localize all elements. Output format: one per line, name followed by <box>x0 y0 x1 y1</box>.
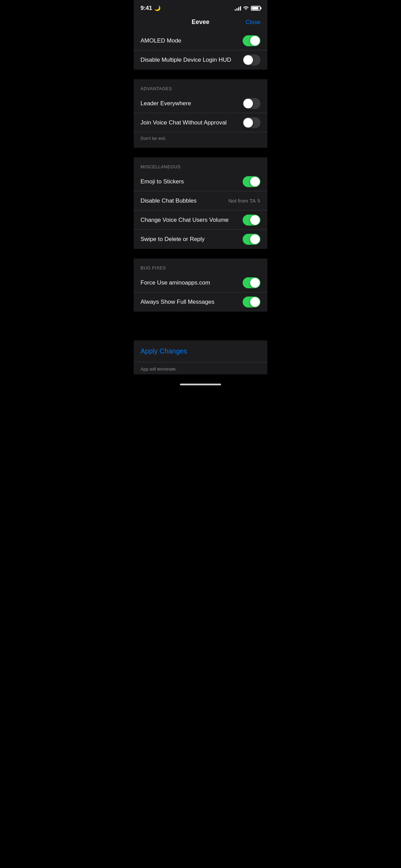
row-disable-hud: Disable Multiple Device Login HUD <box>134 50 267 70</box>
nav-header: Eevee Close <box>134 14 267 31</box>
row-force-aminoapps: Force Use aminoapps.com <box>134 273 267 292</box>
force-aminoapps-toggle[interactable] <box>243 277 260 288</box>
advantages-footnote: Don't be evil. <box>134 132 267 148</box>
section-miscellaneous: MISCELLANEOUS Emoji to Stickers Disable … <box>134 157 267 249</box>
emoji-stickers-toggle[interactable] <box>243 176 260 187</box>
emoji-stickers-label: Emoji to Stickers <box>141 178 184 185</box>
row-join-voice-chat: Join Voice Chat Without Approval <box>134 113 267 132</box>
apply-changes-button[interactable]: Apply Changes <box>141 347 187 355</box>
nav-title: Eevee <box>192 19 209 26</box>
disable-chat-bubbles-dropdown[interactable]: Not from TA ⇅ <box>229 198 260 204</box>
swipe-delete-reply-label: Swipe to Delete or Reply <box>141 236 205 243</box>
force-aminoapps-label: Force Use aminoapps.com <box>141 279 210 286</box>
advantages-header: ADVANTAGES <box>134 79 267 94</box>
row-leader-everywhere: Leader Everywhere <box>134 94 267 113</box>
home-indicator-area <box>134 374 267 388</box>
status-time: 9:41 🌙 <box>141 5 161 12</box>
updown-icon: ⇅ <box>257 198 260 203</box>
row-amoled-mode: AMOLED Mode <box>134 31 267 50</box>
disable-hud-toggle[interactable] <box>243 55 260 65</box>
dropdown-value-text: Not from TA <box>229 198 256 204</box>
status-icons <box>235 5 260 11</box>
always-show-full-toggle[interactable] <box>243 297 260 308</box>
amoled-mode-toggle[interactable] <box>243 35 260 46</box>
join-voice-chat-label: Join Voice Chat Without Approval <box>141 119 227 126</box>
bug-fixes-header: BUG FIXES <box>134 258 267 273</box>
row-emoji-stickers: Emoji to Stickers <box>134 172 267 191</box>
amoled-mode-label: AMOLED Mode <box>141 37 181 44</box>
row-change-voice-volume: Change Voice Chat Users Volume <box>134 210 267 230</box>
row-disable-chat-bubbles: Disable Chat Bubbles Not from TA ⇅ <box>134 191 267 210</box>
close-button[interactable]: Close <box>246 19 260 26</box>
row-swipe-delete-reply: Swipe to Delete or Reply <box>134 230 267 249</box>
disable-hud-label: Disable Multiple Device Login HUD <box>141 57 231 63</box>
apply-footnote: App will terminate. <box>134 362 267 374</box>
apply-changes-section: Apply Changes <box>134 340 267 362</box>
settings-container: AMOLED Mode Disable Multiple Device Logi… <box>134 31 267 374</box>
status-bar: 9:41 🌙 <box>134 0 267 14</box>
section-general: AMOLED Mode Disable Multiple Device Logi… <box>134 31 267 70</box>
change-voice-volume-toggle[interactable] <box>243 215 260 226</box>
section-bug-fixes: BUG FIXES Force Use aminoapps.com Always… <box>134 258 267 312</box>
leader-everywhere-toggle[interactable] <box>243 98 260 109</box>
change-voice-volume-label: Change Voice Chat Users Volume <box>141 217 229 224</box>
gap-5 <box>134 321 267 331</box>
row-always-show-full: Always Show Full Messages <box>134 292 267 312</box>
join-voice-chat-toggle[interactable] <box>243 117 260 128</box>
home-indicator <box>180 384 221 385</box>
signal-icon <box>235 6 241 11</box>
gap-4 <box>134 312 267 321</box>
wifi-icon <box>243 5 249 11</box>
swipe-delete-reply-toggle[interactable] <box>243 234 260 245</box>
gap-3 <box>134 249 267 258</box>
section-advantages: ADVANTAGES Leader Everywhere Join Voice … <box>134 79 267 148</box>
gap-1 <box>134 70 267 79</box>
moon-icon: 🌙 <box>154 5 161 11</box>
always-show-full-label: Always Show Full Messages <box>141 299 214 305</box>
battery-icon <box>251 6 260 11</box>
miscellaneous-header: MISCELLANEOUS <box>134 157 267 172</box>
gap-2 <box>134 148 267 157</box>
disable-chat-bubbles-label: Disable Chat Bubbles <box>141 197 196 204</box>
time-label: 9:41 <box>141 5 152 12</box>
leader-everywhere-label: Leader Everywhere <box>141 100 191 107</box>
